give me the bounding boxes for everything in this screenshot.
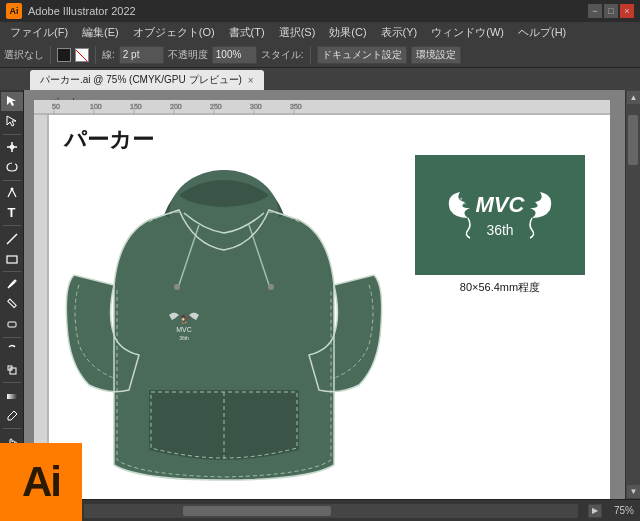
- pen-tool[interactable]: [1, 183, 23, 202]
- ai-logo-titlebar: Ai: [6, 3, 22, 19]
- stroke-label: 線:: [102, 48, 115, 62]
- menu-edit[interactable]: 編集(E): [76, 23, 125, 42]
- svg-text:200: 200: [170, 103, 182, 110]
- hoodie-illustration: .hoodie-fill { fill: #4a6b5a; } .hoodie-…: [59, 155, 399, 499]
- minimize-button[interactable]: −: [588, 4, 602, 18]
- svg-text:MVC: MVC: [176, 326, 192, 333]
- svg-line-4: [7, 234, 17, 244]
- svg-text:300: 300: [250, 103, 262, 110]
- artboard: パーカー パーカー .hoodie-fill { fill: #4a6b5a; …: [49, 115, 595, 494]
- magic-wand-tool[interactable]: [1, 138, 23, 157]
- eyedropper-tool[interactable]: [1, 406, 23, 425]
- svg-rect-31: [34, 100, 49, 499]
- opacity-input[interactable]: [212, 46, 257, 64]
- doc-setup-button[interactable]: ドキュメント設定: [317, 46, 407, 64]
- bottom-bar: 選択 ◀ ▶ 75%: [0, 499, 640, 521]
- svg-text:150: 150: [130, 103, 142, 110]
- ai-logo-large: Ai: [0, 443, 82, 521]
- menu-bar: ファイル(F) 編集(E) オブジェクト(O) 書式(T) 選択(S) 効果(C…: [0, 22, 640, 42]
- tool-separator-3: [3, 225, 21, 226]
- selection-label: 選択なし: [4, 48, 44, 62]
- svg-text:MVC: MVC: [476, 192, 526, 217]
- maximize-button[interactable]: □: [604, 4, 618, 18]
- menu-view[interactable]: 表示(Y): [375, 23, 424, 42]
- svg-text:100: 100: [90, 103, 102, 110]
- scroll-track-vertical[interactable]: [626, 105, 640, 484]
- scale-tool[interactable]: [1, 361, 23, 380]
- tab-filename: パーカー.ai @ 75% (CMYK/GPU プレビュー): [40, 73, 242, 87]
- svg-rect-8: [10, 368, 16, 374]
- menu-window[interactable]: ウィンドウ(W): [425, 23, 510, 42]
- svg-text:50: 50: [52, 103, 60, 110]
- menu-effect[interactable]: 効果(C): [323, 23, 372, 42]
- style-label: スタイル:: [261, 48, 304, 62]
- tool-separator-4: [3, 271, 21, 272]
- scroll-thumb-vertical[interactable]: [628, 115, 638, 165]
- paintbrush-tool[interactable]: [1, 275, 23, 294]
- scroll-up-button[interactable]: ▲: [626, 90, 640, 105]
- right-scrollbar: ▲ ▼: [625, 90, 640, 499]
- tool-separator-2: [3, 180, 21, 181]
- tab-close-icon[interactable]: ×: [248, 75, 254, 86]
- opacity-label: 不透明度: [168, 48, 208, 62]
- svg-point-38: [268, 284, 274, 290]
- menu-file[interactable]: ファイル(F): [4, 23, 74, 42]
- svg-point-37: [174, 284, 180, 290]
- stroke-swatch[interactable]: [75, 48, 89, 62]
- gradient-tool[interactable]: [1, 386, 23, 405]
- pref-button[interactable]: 環境設定: [411, 46, 461, 64]
- zoom-level: 75%: [614, 505, 634, 516]
- line-tool[interactable]: [1, 229, 23, 248]
- svg-rect-10: [7, 394, 17, 399]
- tool-separator-6: [3, 382, 21, 383]
- canvas-area[interactable]: 50 100 150 200 250 300 350: [24, 90, 625, 499]
- scroll-down-button[interactable]: ▼: [626, 484, 640, 499]
- scroll-right-button[interactable]: ▶: [588, 504, 602, 518]
- ruler-top: 50 100 150 200 250 300 350: [34, 100, 610, 115]
- title-text: Adobe Illustrator 2022: [28, 5, 136, 17]
- direct-selection-tool[interactable]: [1, 112, 23, 131]
- scroll-thumb-horizontal[interactable]: [183, 506, 331, 516]
- svg-text:350: 350: [290, 103, 302, 110]
- tool-separator-1: [3, 134, 21, 135]
- type-tool[interactable]: T: [1, 203, 23, 222]
- window-controls: − □ ×: [588, 4, 634, 18]
- title-left: Ai Adobe Illustrator 2022: [6, 3, 136, 19]
- menu-select[interactable]: 選択(S): [273, 23, 322, 42]
- logo-size-label: 80×56.4mm程度: [415, 280, 585, 295]
- separator-3: [310, 46, 311, 64]
- left-toolbar: T: [0, 90, 24, 499]
- close-button[interactable]: ×: [620, 4, 634, 18]
- svg-rect-7: [8, 322, 16, 327]
- svg-text:36th: 36th: [179, 335, 189, 341]
- svg-rect-5: [7, 256, 17, 263]
- svg-point-3: [10, 187, 13, 190]
- lasso-tool[interactable]: [1, 158, 23, 177]
- logo-preview-panel: MVC 36th 80×56.4mm程度: [415, 155, 585, 295]
- fill-swatch[interactable]: [57, 48, 71, 62]
- ai-logo-text: Ai: [22, 461, 60, 503]
- menu-type[interactable]: 書式(T): [223, 23, 271, 42]
- rotate-tool[interactable]: [1, 341, 23, 360]
- rectangle-tool[interactable]: [1, 249, 23, 268]
- ruler-left: [34, 100, 49, 499]
- svg-rect-15: [34, 100, 610, 115]
- separator-1: [50, 46, 51, 64]
- control-bar: 選択なし 線: 不透明度 スタイル: ドキュメント設定 環境設定: [0, 42, 640, 68]
- svg-text:250: 250: [210, 103, 222, 110]
- tool-separator-7: [3, 428, 21, 429]
- separator-2: [95, 46, 96, 64]
- menu-help[interactable]: ヘルプ(H): [512, 23, 572, 42]
- title-bar: Ai Adobe Illustrator 2022 − □ ×: [0, 0, 640, 22]
- menu-object[interactable]: オブジェクト(O): [127, 23, 221, 42]
- scroll-track-horizontal[interactable]: [84, 504, 578, 518]
- eraser-tool[interactable]: [1, 315, 23, 334]
- svg-text:36th: 36th: [486, 222, 513, 238]
- document-tab[interactable]: パーカー.ai @ 75% (CMYK/GPU プレビュー) ×: [30, 70, 264, 90]
- selection-tool[interactable]: [1, 92, 23, 111]
- hoodie-title: パーカー: [64, 125, 154, 155]
- stroke-input[interactable]: [119, 46, 164, 64]
- pencil-tool[interactable]: [1, 295, 23, 314]
- artboard-surface: 50 100 150 200 250 300 350: [34, 100, 610, 499]
- tool-separator-5: [3, 337, 21, 338]
